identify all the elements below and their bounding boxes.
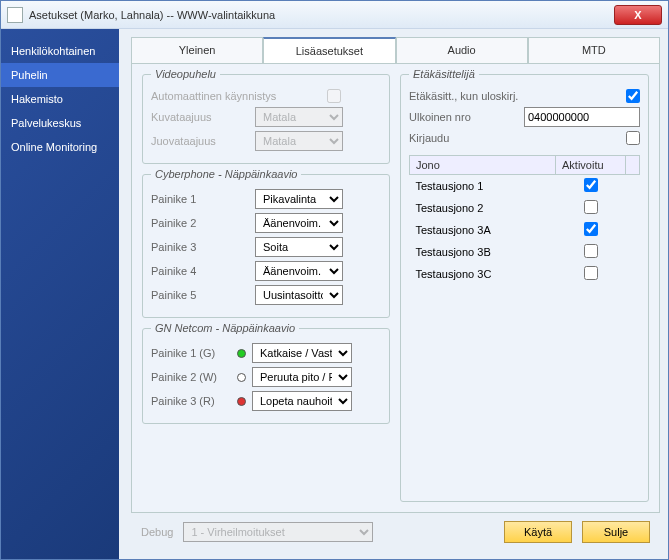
auto-start-checkbox — [327, 89, 341, 103]
debug-select: 1 - Virheilmoitukset — [183, 522, 373, 542]
queue-header[interactable]: Jono — [410, 156, 556, 175]
gn-netcom-group: GN Netcom - Näppäinkaavio Painike 1 (G)K… — [142, 328, 390, 424]
footer: Debug 1 - Virheilmoitukset Käytä Sulje — [131, 513, 660, 551]
queue-name: Testausjono 3A — [410, 219, 556, 241]
remote-legend: Etäkäsittelijä — [409, 68, 479, 80]
tab-mtd[interactable]: MTD — [528, 37, 660, 63]
queue-active-checkbox[interactable] — [584, 178, 598, 192]
sidebar: Henkilökohtainen Puhelin Hakemisto Palve… — [1, 29, 119, 559]
queue-active-checkbox[interactable] — [584, 222, 598, 236]
queue-header-spacer — [626, 156, 640, 175]
sidebar-item-online-monitoring[interactable]: Online Monitoring — [1, 135, 119, 159]
cyber-btn3-label: Painike 3 — [151, 241, 249, 253]
cyber-btn2-select[interactable]: Äänenvoim. + — [255, 213, 343, 233]
external-number-label: Ulkoinen nro — [409, 111, 509, 123]
cyber-btn1-label: Painike 1 — [151, 193, 249, 205]
cyberphone-legend: Cyberphone - Näppäinkaavio — [151, 168, 301, 180]
frame-rate-label: Kuvataajuus — [151, 111, 249, 123]
dot-red-icon — [237, 397, 246, 406]
gn-btn2-label: Painike 2 (W) — [151, 371, 231, 383]
close-button[interactable]: X — [614, 5, 662, 25]
dot-green-icon — [237, 349, 246, 358]
remote-logout-checkbox[interactable] — [626, 89, 640, 103]
auto-start-label: Automaattinen käynnistys — [151, 90, 321, 102]
table-row: Testausjono 3B — [410, 241, 640, 263]
apply-button[interactable]: Käytä — [504, 521, 572, 543]
line-rate-select: Matala — [255, 131, 343, 151]
queue-table: Jono Aktivoitu Testausjono 1 Testausjono… — [409, 155, 640, 285]
line-rate-label: Juovataajuus — [151, 135, 249, 147]
tab-content: Videopuhelu Automaattinen käynnistys Kuv… — [131, 64, 660, 513]
sidebar-item-directory[interactable]: Hakemisto — [1, 87, 119, 111]
queue-active-checkbox[interactable] — [584, 244, 598, 258]
sidebar-item-personal[interactable]: Henkilökohtainen — [1, 39, 119, 63]
queue-name: Testausjono 3B — [410, 241, 556, 263]
window-title: Asetukset (Marko, Lahnala) -- WWW-valint… — [29, 9, 608, 21]
video-legend: Videopuhelu — [151, 68, 220, 80]
frame-rate-select: Matala — [255, 107, 343, 127]
queue-active-checkbox[interactable] — [584, 266, 598, 280]
cyber-btn2-label: Painike 2 — [151, 217, 249, 229]
close-footer-button[interactable]: Sulje — [582, 521, 650, 543]
cyber-btn5-select[interactable]: Uusintasoitto — [255, 285, 343, 305]
login-label: Kirjaudu — [409, 132, 549, 144]
login-checkbox[interactable] — [626, 131, 640, 145]
remote-handler-group: Etäkäsittelijä Etäkäsitt., kun uloskirj.… — [400, 74, 649, 502]
tab-bar: Yleinen Lisäasetukset Audio MTD — [131, 37, 660, 64]
gn-legend: GN Netcom - Näppäinkaavio — [151, 322, 299, 334]
gn-btn3-label: Painike 3 (R) — [151, 395, 231, 407]
gn-btn3-select[interactable]: Lopeta nauhoitus — [252, 391, 352, 411]
video-call-group: Videopuhelu Automaattinen käynnistys Kuv… — [142, 74, 390, 164]
tab-audio[interactable]: Audio — [396, 37, 528, 63]
dot-white-icon — [237, 373, 246, 382]
table-row: Testausjono 3A — [410, 219, 640, 241]
tab-general[interactable]: Yleinen — [131, 37, 263, 63]
table-row: Testausjono 3C — [410, 263, 640, 285]
cyber-btn4-label: Painike 4 — [151, 265, 249, 277]
queue-name: Testausjono 1 — [410, 175, 556, 198]
sidebar-item-service-center[interactable]: Palvelukeskus — [1, 111, 119, 135]
app-icon — [7, 7, 23, 23]
gn-btn2-select[interactable]: Peruuta pito / Pito — [252, 367, 352, 387]
remote-logout-label: Etäkäsitt., kun uloskirj. — [409, 90, 549, 102]
table-row: Testausjono 1 — [410, 175, 640, 198]
table-row: Testausjono 2 — [410, 197, 640, 219]
gn-btn1-select[interactable]: Katkaise / Vastaa — [252, 343, 352, 363]
queue-name: Testausjono 3C — [410, 263, 556, 285]
gn-btn1-label: Painike 1 (G) — [151, 347, 231, 359]
queue-name: Testausjono 2 — [410, 197, 556, 219]
settings-window: Asetukset (Marko, Lahnala) -- WWW-valint… — [0, 0, 669, 560]
cyber-btn1-select[interactable]: Pikavalinta — [255, 189, 343, 209]
cyber-btn3-select[interactable]: Soita — [255, 237, 343, 257]
activated-header[interactable]: Aktivoitu — [556, 156, 626, 175]
titlebar: Asetukset (Marko, Lahnala) -- WWW-valint… — [1, 1, 668, 29]
sidebar-item-phone[interactable]: Puhelin — [1, 63, 119, 87]
cyber-btn5-label: Painike 5 — [151, 289, 249, 301]
cyberphone-group: Cyberphone - Näppäinkaavio Painike 1Pika… — [142, 174, 390, 318]
debug-label: Debug — [141, 526, 173, 538]
cyber-btn4-select[interactable]: Äänenvoim. - — [255, 261, 343, 281]
external-number-input[interactable] — [524, 107, 640, 127]
tab-advanced[interactable]: Lisäasetukset — [263, 37, 395, 63]
queue-active-checkbox[interactable] — [584, 200, 598, 214]
